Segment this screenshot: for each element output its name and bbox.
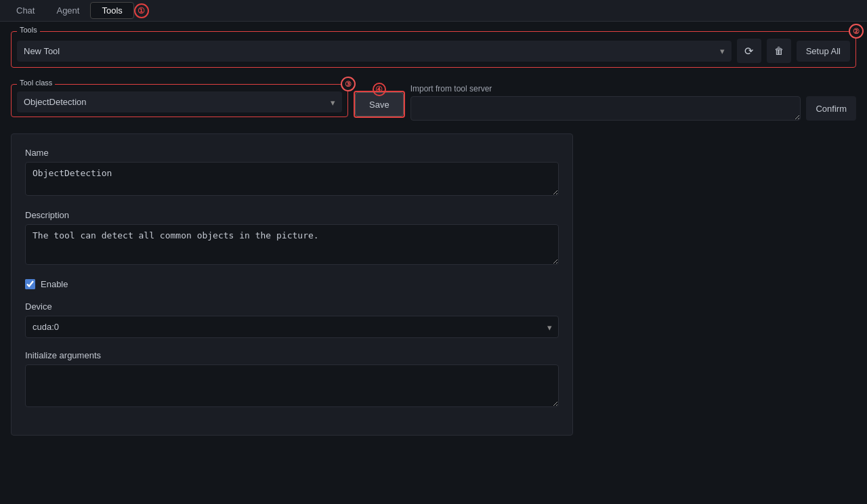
tool-class-wrapper: ObjectDetection ▾ bbox=[17, 91, 342, 112]
tool-select-wrapper: New Tool ▾ bbox=[17, 41, 732, 62]
device-group: Device cuda:0 cpu ▾ bbox=[25, 301, 559, 338]
enable-row: Enable bbox=[25, 279, 559, 289]
tools-row: New Tool ▾ ⟳ 🗑 Setup All bbox=[17, 39, 850, 63]
name-group: Name ObjectDetection bbox=[25, 148, 559, 198]
refresh-icon: ⟳ bbox=[744, 45, 753, 58]
device-label: Device bbox=[25, 301, 559, 312]
enable-label: Enable bbox=[41, 279, 68, 289]
tab-tools[interactable]: Tools bbox=[90, 2, 133, 19]
tool-select[interactable]: New Tool bbox=[17, 41, 732, 62]
main-content: Tools ② New Tool ▾ ⟳ 🗑 Setup All bbox=[0, 22, 867, 445]
tool-class-section-box: Tool class ③ ObjectDetection ▾ bbox=[11, 84, 348, 117]
annotation-badge-1: ① bbox=[134, 3, 149, 18]
refresh-button[interactable]: ⟳ bbox=[737, 39, 761, 63]
description-group: Description The tool can detect all comm… bbox=[25, 210, 559, 267]
tool-class-select[interactable]: ObjectDetection bbox=[17, 91, 342, 112]
top-nav: Chat Agent Tools ① bbox=[0, 0, 867, 22]
trash-icon: 🗑 bbox=[774, 45, 784, 56]
confirm-button[interactable]: Confirm bbox=[806, 96, 856, 121]
name-input[interactable]: ObjectDetection bbox=[25, 162, 559, 196]
import-label: Import from tool server bbox=[410, 84, 856, 93]
init-args-input[interactable] bbox=[25, 364, 559, 407]
tool-class-label: Tool class bbox=[17, 79, 55, 87]
tab-chat[interactable]: Chat bbox=[5, 3, 45, 18]
tools-section-label: Tools bbox=[17, 26, 40, 34]
name-label: Name bbox=[25, 148, 559, 158]
tab-agent[interactable]: Agent bbox=[45, 3, 90, 18]
description-label: Description bbox=[25, 210, 559, 220]
delete-button[interactable]: 🗑 bbox=[767, 39, 791, 63]
import-input[interactable] bbox=[410, 96, 801, 121]
setup-all-button[interactable]: Setup All bbox=[797, 41, 850, 62]
device-select[interactable]: cuda:0 cpu bbox=[25, 316, 559, 338]
form-area: Name ObjectDetection Description The too… bbox=[11, 133, 573, 436]
enable-checkbox[interactable] bbox=[25, 279, 35, 289]
annotation-badge-2: ② bbox=[849, 24, 864, 39]
description-input[interactable]: The tool can detect all common objects i… bbox=[25, 224, 559, 265]
init-args-label: Initialize arguments bbox=[25, 350, 559, 360]
tools-section-box: Tools ② New Tool ▾ ⟳ 🗑 Setup All bbox=[11, 31, 856, 68]
init-args-group: Initialize arguments bbox=[25, 350, 559, 409]
device-select-wrapper: cuda:0 cpu ▾ bbox=[25, 316, 559, 338]
import-section: Import from tool server Confirm bbox=[410, 84, 856, 121]
import-row: Confirm bbox=[410, 96, 856, 121]
annotation-badge-4: ④ bbox=[373, 83, 386, 96]
